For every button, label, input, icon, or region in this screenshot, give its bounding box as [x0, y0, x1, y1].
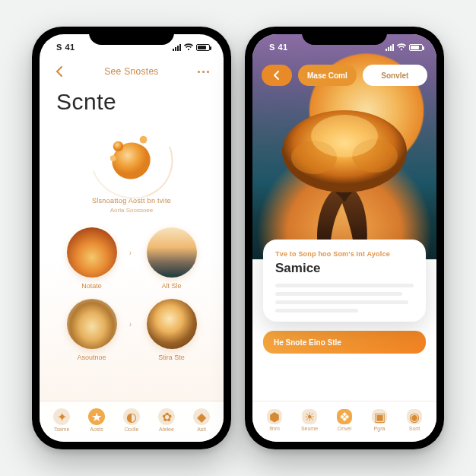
tab-label: Ifnm: [269, 426, 280, 431]
category-thumb-icon: [67, 227, 117, 278]
status-indicators: [386, 43, 423, 51]
tab-label: Oodle: [125, 427, 139, 432]
status-time: S 41: [269, 43, 288, 52]
wifi-icon: [183, 43, 194, 51]
category-item[interactable]: Stira Ste: [135, 299, 208, 361]
tab-label: Asit: [197, 427, 206, 432]
tab-icon: ⬢: [267, 409, 282, 424]
device-notch: [89, 27, 174, 45]
chip-label: Sonvlet: [381, 71, 408, 80]
hero-graphic: [40, 121, 224, 197]
back-button[interactable]: [262, 65, 292, 86]
tab-icon: ◉: [407, 409, 422, 424]
category-item[interactable]: Asoutnoe ›: [55, 299, 129, 361]
tab-icon: ◐: [123, 408, 140, 425]
tab-bar: ✦Tsame ★Aosts ◐Oodle ✿Atelee ◆Asit: [40, 401, 224, 442]
chip-label: Mase Coml: [307, 71, 347, 80]
hero-section: Scnte: [40, 81, 224, 121]
wifi-icon: [396, 43, 407, 51]
tab-item[interactable]: ✿Atelee: [149, 405, 184, 436]
tab-icon: ❖: [337, 409, 352, 424]
category-grid: Notate › Alt Sle Asoutnoe › Stira Ste: [40, 214, 224, 366]
tab-icon: ✿: [158, 408, 175, 425]
tab-item[interactable]: ◐Oodle: [114, 405, 149, 436]
card-title: Samice: [275, 261, 414, 276]
tab-item[interactable]: ▣Pgra: [362, 405, 397, 436]
phone-mockup-left: S 41 See Snostes Scnte: [32, 27, 231, 449]
chip-bar: Mase Coml Sonvlet: [262, 65, 427, 86]
phone-mockup-right: S 41 Mase Coml Sonvlet: [245, 27, 444, 449]
tab-icon: ✦: [53, 408, 70, 425]
screen-right: S 41 Mase Coml Sonvlet: [252, 34, 436, 442]
device-notch: [302, 27, 387, 45]
hero-image: S 41 Mase Coml Sonvlet: [252, 34, 436, 259]
filter-chip-secondary[interactable]: Sonvlet: [363, 65, 427, 86]
tab-item[interactable]: ⬢Ifnm: [257, 405, 292, 436]
signal-icon: [386, 43, 394, 51]
page-title: Scnte: [56, 89, 207, 115]
tree-illustration-icon: [272, 97, 417, 264]
cta-label: He Snote Eino Stle: [274, 338, 341, 347]
category-label: Alt Sle: [161, 282, 181, 290]
category-label: Asoutnoe: [77, 354, 106, 361]
top-nav-title: See Snostes: [104, 66, 158, 77]
chevron-right-icon: ›: [129, 249, 132, 257]
tab-label: Atelee: [159, 427, 174, 432]
tab-item[interactable]: ◆Asit: [184, 405, 219, 436]
tab-bar: ⬢Ifnm ☀Seome ❖Onvel ▣Pgra ◉Sont: [252, 401, 436, 442]
battery-icon: [409, 44, 423, 51]
category-thumb-icon: [147, 299, 197, 349]
tab-item[interactable]: ☀Seome: [292, 405, 327, 436]
signal-icon: [173, 43, 181, 51]
filter-chip-primary[interactable]: Mase Coml: [298, 65, 357, 86]
tab-label: Tsame: [54, 427, 70, 432]
category-thumb-icon: [67, 299, 117, 349]
tab-label: Sont: [409, 426, 420, 431]
battery-icon: [196, 44, 210, 51]
tab-icon: ☀: [302, 409, 317, 424]
chevron-right-icon: ›: [129, 320, 132, 328]
tab-label: Aosts: [90, 427, 103, 432]
tab-label: Pgra: [374, 426, 386, 431]
tab-icon: ◆: [193, 408, 210, 425]
status-time: S 41: [56, 43, 75, 52]
tab-icon: ★: [88, 408, 105, 425]
tab-item[interactable]: ★Aosts: [79, 405, 114, 436]
tab-item[interactable]: ❖Onvel: [327, 405, 362, 436]
tab-icon: ▣: [372, 409, 387, 424]
card-eyebrow: Tve to Sonp hoo Som's Int Ayolce: [275, 250, 414, 258]
content-card: Tve to Sonp hoo Som's Int Ayolce Samice: [263, 240, 426, 322]
category-label: Stira Ste: [158, 354, 185, 361]
top-nav: See Snostes: [40, 60, 224, 81]
sub-tagline: Aorla Soossoee: [40, 207, 224, 214]
screen-left: S 41 See Snostes Scnte: [40, 34, 224, 442]
tab-label: Onvel: [338, 426, 351, 431]
status-indicators: [173, 43, 210, 51]
more-button[interactable]: [195, 62, 213, 81]
category-label: Notate: [81, 282, 102, 290]
back-button[interactable]: [50, 62, 68, 81]
category-item[interactable]: Notate ›: [55, 227, 129, 290]
card-body-placeholder: [275, 284, 414, 313]
tab-item[interactable]: ✦Tsame: [44, 405, 79, 436]
cta-strip[interactable]: He Snote Eino Stle: [263, 331, 426, 354]
tab-label: Seome: [301, 426, 318, 431]
svg-point-6: [311, 115, 378, 157]
tab-item[interactable]: ◉Sont: [397, 405, 432, 436]
category-item[interactable]: Alt Sle: [135, 227, 208, 290]
category-thumb-icon: [147, 227, 197, 278]
